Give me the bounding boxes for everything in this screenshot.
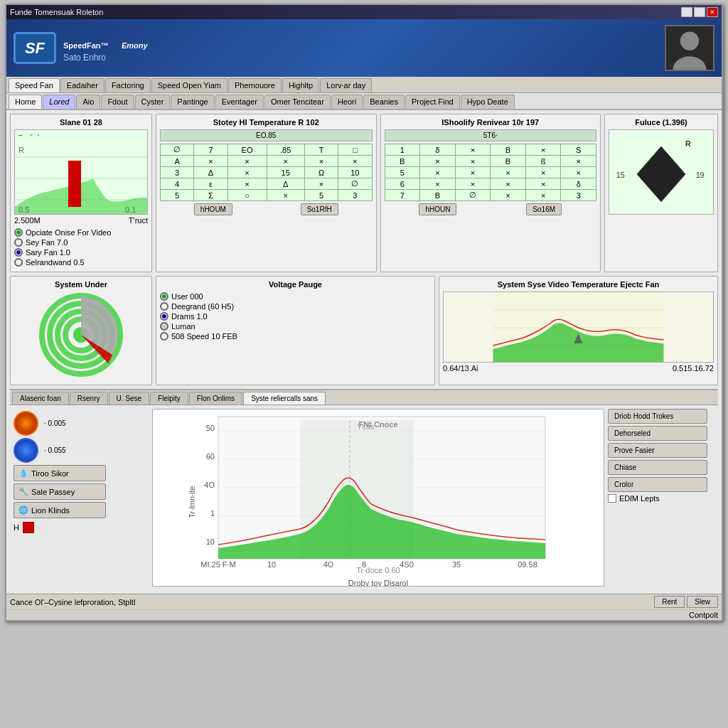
svg-text:MI.25 F·M: MI.25 F·M: [200, 560, 236, 569]
voltage-radio-4[interactable]: [160, 322, 168, 331]
temp1-title: Stotey Hl Temperature R 102: [160, 118, 373, 127]
voltage-radio-3[interactable]: [160, 312, 168, 321]
lion-klinds-button[interactable]: 🌐 Lion Klinds: [14, 502, 106, 518]
icon-row-2: · 0.055: [14, 438, 149, 463]
system-under-title: System Under: [14, 280, 148, 289]
red-indicator: [23, 522, 34, 533]
nav-project-find[interactable]: Project Find: [405, 95, 460, 109]
app-name: SpeedFan™: [63, 41, 109, 50]
crolor-button[interactable]: Crolor: [608, 477, 707, 492]
radio-sey: Sey Fan 7.0: [14, 238, 148, 247]
temp1-btn2[interactable]: So1RfH: [301, 203, 338, 215]
fuluce-title: Fuluce (1.396): [609, 118, 714, 127]
svg-text:0.1: 0.1: [125, 205, 136, 214]
svg-point-1: [680, 31, 699, 50]
edlm-label: EDlM Lepts: [619, 494, 660, 503]
driob-button[interactable]: Driob Hodd Trokes: [608, 409, 707, 424]
sale-passey-button[interactable]: 🔧 Sale Passey: [14, 483, 106, 500]
radio-selrand: Selrandwand 0.5: [14, 258, 148, 267]
radio-dot-2[interactable]: [14, 238, 23, 247]
nav-aio[interactable]: Aio: [76, 95, 100, 109]
bottom-center-panel: FNt Cnoce Ycas 50 60 4O 1 10: [152, 409, 604, 587]
minimize-button[interactable]: –: [681, 7, 692, 17]
radio-dot-1[interactable]: [14, 228, 23, 237]
nav-omer[interactable]: Omer Tencitear: [264, 95, 331, 109]
dehorseled-button[interactable]: Dehorseled: [608, 426, 707, 441]
bottom-tab-syste[interactable]: Syste reliercalls sans: [243, 392, 326, 405]
nav-fdout[interactable]: Fdout: [101, 95, 134, 109]
voltage-radio-1[interactable]: [160, 292, 168, 301]
rent-button[interactable]: Rent: [654, 596, 685, 608]
status-bar: Cance Ol'–Cysine lefproration, Stpltl Re…: [6, 594, 722, 609]
app-title: SpeedFan™ Emony Sato Enhro: [63, 34, 148, 63]
radio-dot-3[interactable]: [14, 248, 23, 257]
svg-text:R: R: [18, 146, 24, 154]
voltage-radio-5[interactable]: [160, 332, 168, 341]
subtitle-name: Emony: [122, 41, 148, 50]
nav-beanies[interactable]: Beanies: [363, 95, 405, 109]
temp1-header: EO.85: [160, 129, 373, 141]
bottom-tab-rsenry[interactable]: Rsenry: [70, 392, 108, 405]
logo-area: SF SpeedFan™ Emony Sato Enhro: [14, 32, 148, 64]
svg-text:09.58: 09.58: [518, 560, 537, 569]
tab-highltp[interactable]: Highltp: [282, 78, 319, 92]
temp2-title: IShoolify Renivear 10r 197: [385, 118, 597, 127]
tab-factoring[interactable]: Factoring: [105, 78, 151, 92]
nav-heori[interactable]: Heori: [331, 95, 363, 109]
fan-radio-group: Opciate Onise For Video Sey Fan 7.0 Sary…: [14, 228, 148, 267]
tab-speed-fan[interactable]: Speed Fan: [9, 78, 60, 92]
tiroo-sikor-button[interactable]: 💧 Tiroo Sikor: [14, 465, 106, 481]
sys-temp-mini-chart: [443, 291, 714, 363]
logo-icon: SF: [14, 32, 56, 64]
bottom-tab-flon[interactable]: Flon Onlims: [189, 392, 242, 405]
voltage-options: User 000 Deegrand (60 H5) Drams 1.0 Luma…: [160, 292, 431, 341]
temp1-buttons: hHOUM So1RfH: [160, 203, 373, 215]
voltage-title: Voltage Pauge: [160, 280, 431, 289]
nav-hypo-deate[interactable]: Hypo Deate: [461, 95, 515, 109]
svg-text:60: 60: [206, 452, 215, 461]
nav-cyster[interactable]: Cyster: [135, 95, 171, 109]
voltage-luman: Luman: [160, 322, 431, 331]
tab-eadaiher[interactable]: Eadaiher: [60, 78, 105, 92]
bottom-tab-fleipity[interactable]: Fleipity: [150, 392, 188, 405]
h-label: H: [14, 523, 19, 532]
bottom-tab-alaseric[interactable]: Alaseric foan: [12, 392, 69, 405]
icon-label-2: · 0.055: [44, 446, 66, 454]
nav-eventager[interactable]: Eventager: [215, 95, 264, 109]
temp2-btn2[interactable]: So16M: [526, 203, 562, 215]
app-subtitle: Sato Enhro: [63, 53, 148, 63]
main-window: Funde Tomensuak Roleton – □ ✕ SF SpeedFa…: [5, 4, 723, 621]
nav-pantinge[interactable]: Pantinge: [171, 95, 214, 109]
bottom-tab-usese[interactable]: U. Sese: [109, 392, 150, 405]
main-content: Slane 01 28 Tonfinles 25/1um): [6, 110, 722, 594]
nav-lored[interactable]: Lored: [43, 95, 75, 109]
edlm-checkbox[interactable]: [608, 494, 616, 503]
tab-speed-open[interactable]: Speed Open Yiam: [151, 78, 228, 92]
voltage-radio-2[interactable]: [160, 302, 168, 311]
fan-icon-1: [14, 411, 38, 436]
close-button[interactable]: ✕: [707, 7, 718, 17]
sale-icon: 🔧: [18, 487, 28, 496]
window-controls: – □ ✕: [681, 7, 718, 17]
bottom-section: Alaseric foan Rsenry U. Sese Fleipity Fl…: [10, 389, 718, 590]
temp2-grid: 1δ×B×S B××Bß× 5××××× 6××××δ 7B∅××3: [385, 144, 597, 201]
temp2-buttons: hHOUN So16M: [385, 203, 597, 215]
tab-phemouore[interactable]: Phemouore: [228, 78, 282, 92]
svg-text:4O: 4O: [204, 481, 215, 489]
profile-image: [665, 25, 714, 71]
radio-dot-4[interactable]: [14, 258, 23, 267]
temp1-btn1[interactable]: hHOUM: [194, 203, 232, 215]
temp2-btn1[interactable]: hHOUN: [419, 203, 456, 215]
temp2-header: 5T6·: [385, 129, 597, 141]
icon-label-1: · 0.005: [44, 419, 66, 427]
tab-lorvar[interactable]: Lorv·ar day: [320, 78, 372, 92]
voltage-deegrand: Deegrand (60 H5): [160, 302, 431, 311]
prove-button[interactable]: Prove Fasier: [608, 443, 707, 458]
svg-text:4O: 4O: [323, 560, 334, 569]
nav-home[interactable]: Home: [9, 95, 42, 109]
temp-grid-panel-2: IShoolify Renivear 10r 197 5T6· 1δ×B×S B…: [380, 114, 601, 272]
slew-button[interactable]: Slew: [687, 596, 718, 608]
chiase-button[interactable]: Chiase: [608, 460, 707, 475]
fuluce-panel: Fuluce (1.396) R 15 19: [604, 114, 718, 272]
maximize-button[interactable]: □: [694, 7, 705, 17]
